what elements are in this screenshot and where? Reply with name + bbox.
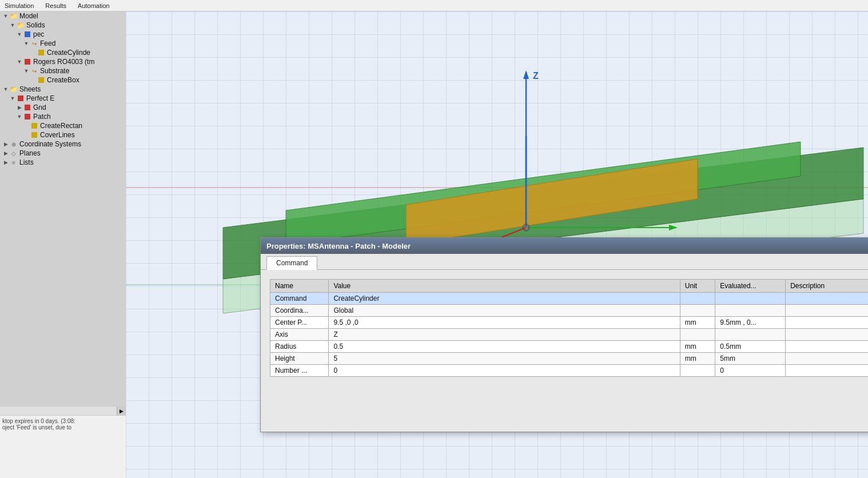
tree-label-gnd: Gnd [33, 103, 46, 111]
cell-unit [680, 365, 715, 377]
tree-item-lists[interactable]: ▶ ≡ Lists [0, 158, 126, 167]
tree-arrow-pec: ▼ [16, 31, 23, 38]
table-row[interactable]: Radius 0.5 mm 0.5mm [270, 341, 869, 353]
cell-name: Axis [270, 329, 329, 341]
tree-item-model[interactable]: ▼ 📁 Model [0, 11, 126, 21]
tree-arrow-lists: ▶ [2, 159, 9, 166]
tree-item-sheets[interactable]: ▼ 📁 Sheets [0, 85, 126, 94]
yellow-icon-cc [37, 49, 46, 56]
menu-simulation[interactable]: Simulation [5, 2, 34, 9]
tree-arrow-cb [30, 77, 37, 83]
main-layout: ▼ 📁 Model ▼ 📁 Solids ▼ pec ▼ ↪ Feed [0, 11, 868, 478]
cell-value[interactable]: 9.5 ,0 ,0 [329, 317, 680, 329]
dialog-content: Name Value Unit Evaluated... Description… [261, 270, 868, 432]
tree-label-rogers: Rogers RO4003 (tm [33, 58, 94, 66]
cell-unit: mm [680, 341, 715, 353]
folder-icon-model: 📁 [9, 13, 18, 19]
col-header-desc: Description [786, 280, 868, 293]
tree-item-createrect[interactable]: CreateRectan [0, 121, 126, 130]
cell-description [786, 341, 868, 353]
menu-automation[interactable]: Automation [78, 2, 110, 9]
tree-item-patch[interactable]: ▼ Patch [0, 112, 126, 121]
table-row[interactable]: Coordina... Global [270, 305, 869, 317]
scroll-right-btn[interactable]: ▶ [117, 407, 126, 416]
tree-item-substrate[interactable]: ▼ ↪ Substrate [0, 66, 126, 75]
tree-label-sheets: Sheets [19, 85, 41, 93]
tree-item-coverlines[interactable]: CoverLines [0, 130, 126, 140]
tree-arrow-rogers: ▼ [16, 58, 23, 65]
tree-item-solids[interactable]: ▼ 📁 Solids [0, 21, 126, 30]
cell-value[interactable]: Global [329, 305, 680, 317]
tree-label-substrate: Substrate [40, 67, 69, 75]
status-line-1: ktop expires in 0 days. (3:08: [2, 418, 124, 424]
tree-label-patch: Patch [33, 113, 51, 121]
tree-item-gnd[interactable]: ▶ Gnd [0, 103, 126, 112]
table-row[interactable]: Number ... 0 0 [270, 365, 869, 377]
tree-item-perfecte[interactable]: ▼ Perfect E [0, 94, 126, 103]
tree-item-createcylinder[interactable]: CreateCylinde [0, 48, 126, 57]
cell-unit: mm [680, 353, 715, 365]
cell-evaluated [715, 305, 786, 317]
cell-value[interactable]: CreateCylinder [329, 293, 680, 305]
cell-value[interactable]: 0.5 [329, 341, 680, 353]
tree-panel: ▼ 📁 Model ▼ 📁 Solids ▼ pec ▼ ↪ Feed [0, 11, 126, 406]
dialog-title: Properties: MSAntenna - Patch - Modeler [266, 242, 411, 250]
cell-unit [680, 329, 715, 341]
tree-label-planes: Planes [19, 149, 41, 157]
cell-evaluated [715, 293, 786, 305]
tree-item-createbox[interactable]: CreateBox [0, 75, 126, 85]
table-row[interactable]: Axis Z [270, 329, 869, 341]
tree-arrow-planes: ▶ [2, 150, 9, 157]
cell-name: Number ... [270, 365, 329, 377]
tree-item-feed[interactable]: ▼ ↪ Feed [0, 39, 126, 48]
tree-label-lists: Lists [19, 158, 34, 166]
tree-arrow-sheets: ▼ [2, 86, 9, 93]
tree-arrow-model: ▼ [2, 13, 9, 19]
box-icon-patch [23, 113, 32, 120]
menu-results[interactable]: Results [45, 2, 66, 9]
cell-name: Height [270, 353, 329, 365]
tree-arrow-gnd: ▶ [16, 104, 23, 111]
tab-command[interactable]: Command [266, 256, 317, 270]
svg-marker-7 [523, 70, 529, 79]
properties-dialog: Properties: MSAntenna - Patch - Modeler … [260, 237, 868, 432]
cell-unit: mm [680, 317, 715, 329]
viewport[interactable]: Z Properties: MSAntenna - Patch - Modele… [126, 11, 868, 478]
dialog-tabs: Command [261, 254, 868, 270]
tree-arrow-substrate: ▼ [23, 67, 30, 74]
tree-arrow-solids: ▼ [9, 22, 16, 29]
sidebar-scrollbar[interactable]: ▶ [0, 406, 126, 415]
cell-evaluated: 0 [715, 365, 786, 377]
tree-item-pec[interactable]: ▼ pec [0, 30, 126, 39]
tree-item-coord[interactable]: ▶ ⊕ Coordinate Systems [0, 140, 126, 149]
table-row[interactable]: Height 5 mm 5mm [270, 353, 869, 365]
cell-description [786, 305, 868, 317]
tree-label-coord: Coordinate Systems [19, 140, 81, 148]
tree-arrow-coord: ▶ [2, 141, 9, 148]
tree-arrow-pe: ▼ [9, 95, 16, 102]
tree-arrow-patch: ▼ [16, 113, 23, 120]
tree-item-rogers[interactable]: ▼ Rogers RO4003 (tm [0, 57, 126, 66]
tree-item-planes[interactable]: ▶ ◇ Planes [0, 149, 126, 158]
folder-icon-solids: 📁 [16, 22, 25, 29]
box-icon-pec [23, 31, 32, 38]
folder-icon-sheets: 📁 [9, 86, 18, 93]
tree-label-pe: Perfect E [26, 94, 54, 102]
col-header-eval: Evaluated... [715, 280, 786, 293]
cell-value[interactable]: 0 [329, 365, 680, 377]
cell-value[interactable]: Z [329, 329, 680, 341]
yellow-icon-cr [30, 122, 39, 129]
col-header-name: Name [270, 280, 329, 293]
tree-arrow-cr [23, 122, 30, 129]
table-row[interactable]: Command CreateCylinder [270, 293, 869, 305]
box-icon-pe [16, 95, 25, 102]
top-menu-bar: Simulation Results Automation [0, 0, 868, 11]
table-row[interactable]: Center P... 9.5 ,0 ,0 mm 9.5mm , 0... [270, 317, 869, 329]
arrow-icon-feed: ↪ [30, 40, 39, 47]
cell-value[interactable]: 5 [329, 353, 680, 365]
cell-evaluated [715, 329, 786, 341]
cell-description [786, 317, 868, 329]
svg-text:Z: Z [533, 71, 539, 81]
cell-evaluated: 0.5mm [715, 341, 786, 353]
col-header-value: Value [329, 280, 680, 293]
